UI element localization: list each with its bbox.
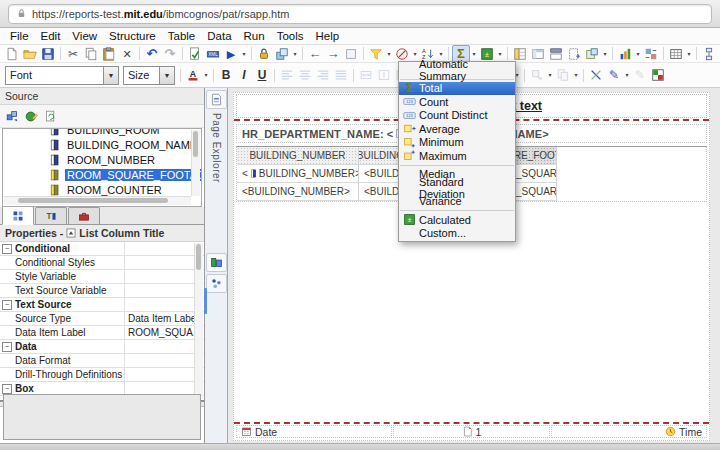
copy-button[interactable] xyxy=(82,45,100,63)
menu-help[interactable]: Help xyxy=(310,29,346,43)
insert-source-icon[interactable] xyxy=(6,110,19,123)
collapse-group-icon[interactable]: − xyxy=(2,244,12,254)
query-explorer-tab[interactable] xyxy=(206,253,227,272)
cut-button[interactable]: ✂ xyxy=(64,45,82,63)
italic-button[interactable]: I xyxy=(235,66,253,84)
property-row-conditional[interactable]: −Conditional xyxy=(0,242,204,256)
tree-item-building_room[interactable]: BUILDING_ROOM xyxy=(3,128,201,137)
list-cell[interactable]: <BUILDING_NUMBER> xyxy=(237,183,359,201)
redo-button[interactable]: ↷ xyxy=(161,45,179,63)
undo-button[interactable]: ↶ xyxy=(143,45,161,63)
property-value[interactable]: ROOM_SQUA... xyxy=(125,327,204,338)
menu-edit[interactable]: Edit xyxy=(35,29,67,43)
paste-button[interactable] xyxy=(100,45,118,63)
page-set-button[interactable] xyxy=(565,45,583,63)
table-grid-button[interactable] xyxy=(667,45,685,63)
property-row-data-item-label[interactable]: Data Item LabelROOM_SQUA... xyxy=(0,326,204,340)
properties-grid[interactable]: −ConditionalConditional StylesStyle Vari… xyxy=(0,242,204,401)
validate-button[interactable] xyxy=(186,45,204,63)
property-row-style-variable[interactable]: Style Variable xyxy=(0,270,204,284)
property-value[interactable]: Data Item Label xyxy=(125,313,204,324)
summary-menu-item-count-distinct[interactable]: 123Count Distinct xyxy=(399,109,515,123)
property-row-conditional-styles[interactable]: Conditional Styles xyxy=(0,256,204,270)
tab-data-items[interactable]: T xyxy=(35,207,67,224)
condition-explorer-tab[interactable] xyxy=(206,274,227,293)
crosstab-button[interactable] xyxy=(529,45,547,63)
property-row-source-type[interactable]: Source TypeData Item Label xyxy=(0,312,204,326)
tree-item-room_number[interactable]: ROOM_NUMBER xyxy=(3,152,201,167)
copy-style-dropdown-icon[interactable]: ▾ xyxy=(572,67,580,83)
summary-menu-item-automatic-summary[interactable]: Automatic Summary xyxy=(399,63,515,77)
collapse-group-icon[interactable]: − xyxy=(2,342,12,352)
property-row-data-format[interactable]: Data Format xyxy=(0,354,204,368)
chart-button[interactable] xyxy=(616,45,634,63)
tree-item-building_room_name[interactable]: BUILDING_ROOM_NAME xyxy=(3,137,201,152)
menu-tools[interactable]: Tools xyxy=(271,29,310,43)
suppress-button[interactable] xyxy=(393,45,411,63)
align-left-button[interactable] xyxy=(278,66,296,84)
align-center-button[interactable] xyxy=(296,66,314,84)
lock-page-objects-button[interactable] xyxy=(255,45,273,63)
collapse-group-icon[interactable]: − xyxy=(2,384,12,394)
style-pen-button[interactable]: ✎ xyxy=(605,66,623,84)
summary-menu-item-total[interactable]: ΣTotal xyxy=(399,82,515,96)
package-button[interactable] xyxy=(273,45,291,63)
new-report-button[interactable] xyxy=(3,45,21,63)
summary-menu-item-calculated[interactable]: ±Calculated xyxy=(399,213,515,227)
package-dropdown-icon[interactable]: ▾ xyxy=(291,46,299,62)
page-explorer-tab[interactable] xyxy=(206,90,227,109)
list-cell[interactable]: <BUILDING_NUMBER> xyxy=(237,165,359,183)
summary-menu-item-average[interactable]: Average xyxy=(399,122,515,136)
url-field[interactable]: https://reports-test.mit.edu/ibmcognos/p… xyxy=(8,4,712,24)
open-button[interactable] xyxy=(21,45,39,63)
tab-toolbox[interactable] xyxy=(68,207,100,224)
font-size-select[interactable]: Size ▼ xyxy=(123,66,175,85)
run-dropdown-icon[interactable]: ▾ xyxy=(240,46,248,62)
insert-object-dropdown-icon[interactable]: ▾ xyxy=(601,46,609,62)
span-cells-button[interactable] xyxy=(700,45,718,63)
menu-view[interactable]: View xyxy=(66,29,103,43)
menu-file[interactable]: File xyxy=(4,29,35,43)
properties-vertical-scrollbar[interactable] xyxy=(194,243,203,399)
align-right-button[interactable] xyxy=(314,66,332,84)
summary-menu-item-count[interactable]: 123Count xyxy=(399,95,515,109)
pickup-style-button[interactable] xyxy=(528,66,546,84)
source-tree[interactable]: BUILDING_ROOMBUILDING_ROOM_NAMEROOM_NUMB… xyxy=(2,128,202,207)
filter-button[interactable] xyxy=(367,45,385,63)
collapse-group-icon[interactable]: − xyxy=(2,300,12,310)
property-row-data[interactable]: −Data xyxy=(0,340,204,354)
edit-source-icon[interactable] xyxy=(25,110,38,123)
menu-run[interactable]: Run xyxy=(238,29,271,43)
tree-vertical-scrollbar[interactable] xyxy=(191,130,200,196)
footer-time-cell[interactable]: Time xyxy=(551,425,707,438)
panel-splitter-handle[interactable] xyxy=(204,288,207,314)
copy-style-button[interactable] xyxy=(554,66,572,84)
property-row-drill-through-definitions[interactable]: Drill-Through Definitions xyxy=(0,368,204,382)
fit-height-button[interactable] xyxy=(375,66,393,84)
list-column-title-building_number[interactable]: BUILDING_NUMBER xyxy=(237,147,359,165)
font-family-dropdown-icon[interactable]: ▼ xyxy=(103,67,118,84)
fit-width-button[interactable] xyxy=(357,66,375,84)
forward-button[interactable]: → xyxy=(324,45,342,63)
menu-data[interactable]: Data xyxy=(201,29,237,43)
view-xml-button[interactable]: XML xyxy=(204,45,222,63)
property-row-text-source-variable[interactable]: Text Source Variable xyxy=(0,284,204,298)
bold-button[interactable]: B xyxy=(217,66,235,84)
conditional-style-grid-button[interactable] xyxy=(649,66,667,84)
swap-rows-columns-button[interactable] xyxy=(642,45,660,63)
summary-menu-item-minimum[interactable]: Minimum xyxy=(399,136,515,150)
menu-structure[interactable]: Structure xyxy=(103,29,162,43)
select-ancestor-button[interactable] xyxy=(342,45,360,63)
tree-horizontal-scrollbar[interactable] xyxy=(4,196,191,205)
footer-page-number-cell[interactable]: 1 xyxy=(393,425,549,438)
font-color-dropdown-icon[interactable]: ▾ xyxy=(202,67,210,83)
summary-menu-item-custom[interactable]: Custom... xyxy=(399,227,515,241)
list-button[interactable] xyxy=(511,45,529,63)
filter-dropdown-icon[interactable]: ▾ xyxy=(385,46,393,62)
tab-source[interactable] xyxy=(2,206,34,225)
style-pen-dropdown-icon[interactable]: ▾ xyxy=(623,67,631,83)
footer-date-cell[interactable]: Date xyxy=(236,425,392,438)
justify-button[interactable] xyxy=(332,66,350,84)
summary-menu-item-standard-deviation[interactable]: Standard Deviation xyxy=(399,181,515,195)
pickup-style-dropdown-icon[interactable]: ▾ xyxy=(546,67,554,83)
